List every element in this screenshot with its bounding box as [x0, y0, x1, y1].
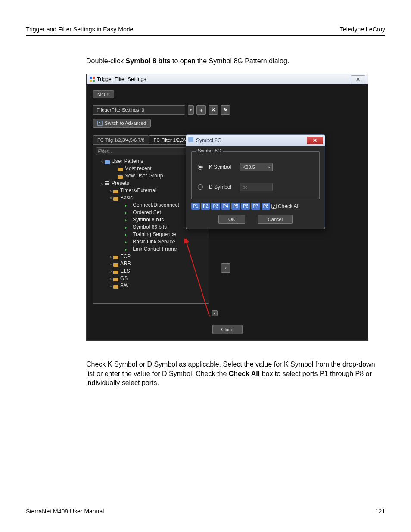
svg-rect-16 [113, 271, 118, 274]
collapse-icon: ▹ [109, 277, 113, 281]
collapse-icon: ▹ [109, 255, 113, 259]
tree-arb[interactable]: ▹ARB [96, 260, 206, 267]
svg-rect-5 [99, 122, 100, 123]
dialog-titlebar: Symbol 8G ✕ [186, 135, 325, 146]
leaf-icon: ⬥ [124, 239, 130, 244]
tab-fc-trig[interactable]: FC Trig 1/2,3/4,5/6,7/8 [93, 135, 149, 144]
folder-icon [113, 283, 119, 288]
tree-fcp[interactable]: ▹FCP [96, 252, 206, 260]
tree-els[interactable]: ▹ELS [96, 267, 206, 274]
list-icon [104, 180, 110, 186]
collapse-icon: ▹ [109, 269, 113, 274]
port-p6[interactable]: P6 [241, 203, 250, 210]
svg-rect-10 [105, 183, 109, 184]
port-p5[interactable]: P5 [231, 203, 240, 210]
tree-link-control-frame[interactable]: ⬥ Link Control Frame [96, 245, 206, 252]
intro-pre: Double-click [86, 57, 126, 65]
svg-rect-1 [93, 77, 95, 79]
chevron-down-icon: ▾ [190, 108, 192, 112]
dialog-title: Symbol 8G [196, 137, 221, 143]
folder-icon [117, 173, 123, 178]
svg-rect-2 [90, 80, 92, 82]
edit-button[interactable]: ✎ [221, 105, 230, 115]
port-p8[interactable]: P8 [262, 203, 270, 210]
dialog-icon [188, 137, 194, 144]
close-icon: ✕ [313, 137, 317, 143]
tree-training-sequence[interactable]: ⬥ Training Sequence [96, 230, 206, 238]
folder-icon [113, 254, 119, 259]
footer-left: SierraNet M408 User Manual [26, 508, 104, 515]
port-p2[interactable]: P2 [201, 203, 210, 210]
symbol-8g-dialog: Symbol 8G ✕ Symbol 8G K Symbol K28.5 ▾ D… [186, 134, 325, 229]
leaf-icon: ⬥ [124, 202, 130, 208]
page-header-right: Teledyne LeCroy [340, 26, 385, 33]
window-title: Trigger Filter Settings [97, 76, 146, 82]
switch-icon [97, 121, 103, 126]
symbol-8g-fieldset: Symbol 8G K Symbol K28.5 ▾ D Symbol bc [191, 151, 320, 199]
window-close-button[interactable]: ✕ [351, 75, 365, 83]
folder-icon [113, 195, 119, 200]
chevron-down-icon: ▾ [268, 165, 270, 169]
leaf-icon: ⬥ [124, 210, 130, 215]
expand-icon: ▿ [109, 196, 113, 200]
d-symbol-value: bc [243, 184, 248, 190]
page-number: 121 [375, 508, 385, 515]
port-p3[interactable]: P3 [211, 203, 220, 210]
device-tab[interactable]: M408 [93, 90, 114, 98]
k-symbol-dropdown[interactable]: K28.5 ▾ [240, 163, 273, 171]
settings-name-field[interactable]: TriggerFilterSettings_0 [93, 105, 185, 115]
add-button[interactable]: ＋ [196, 105, 206, 115]
svg-rect-7 [118, 168, 123, 171]
body-bold: Check All [229, 370, 260, 377]
user-icon [104, 159, 110, 164]
small-dropdown-button[interactable]: ▾ [212, 310, 218, 316]
pencil-icon: ✎ [223, 107, 227, 113]
tree-basic-link-service[interactable]: ⬥ Basic Link Service [96, 238, 206, 245]
switch-to-advanced-label: Switch to Advanced [105, 121, 146, 126]
collapse-icon: ▹ [109, 284, 113, 288]
leaf-icon: ⬥ [124, 246, 130, 252]
k-symbol-label: K Symbol [209, 164, 234, 170]
port-p4[interactable]: P4 [221, 203, 230, 210]
check-all-checkbox[interactable] [271, 204, 277, 209]
page-header-left: Trigger and Filter Settings in Easy Mode [26, 26, 133, 33]
tree-gs[interactable]: ▹GS [96, 274, 206, 282]
settings-dropdown-button[interactable]: ▾ [188, 105, 194, 115]
switch-to-advanced-button[interactable]: Switch to Advanced [93, 119, 151, 128]
close-button[interactable]: Close [212, 325, 242, 334]
k-symbol-value: K28.5 [243, 165, 255, 170]
leaf-icon: ⬥ [124, 217, 130, 222]
collapse-icon: ▹ [109, 262, 113, 266]
d-symbol-radio[interactable] [198, 184, 203, 190]
folder-icon [113, 268, 119, 274]
ok-button[interactable]: OK [218, 215, 245, 224]
port-p7[interactable]: P7 [251, 203, 260, 210]
leaf-icon: ⬥ [124, 224, 130, 230]
plus-icon: ＋ [199, 106, 204, 114]
svg-rect-0 [90, 77, 92, 79]
svg-rect-13 [113, 197, 118, 201]
svg-rect-20 [188, 137, 193, 142]
collapse-icon: ▹ [109, 189, 113, 193]
leaf-icon: ⬥ [124, 232, 130, 237]
port-p1[interactable]: P1 [191, 203, 200, 210]
k-symbol-radio[interactable] [198, 165, 203, 170]
folder-icon [113, 276, 119, 281]
cancel-button[interactable]: Cancel [258, 215, 293, 224]
chevron-down-icon: ▾ [214, 311, 215, 315]
svg-rect-6 [105, 160, 110, 164]
dialog-close-button[interactable]: ✕ [307, 137, 323, 144]
d-symbol-label: D Symbol [209, 184, 234, 190]
svg-rect-8 [118, 175, 123, 179]
expand-icon: ▿ [100, 181, 104, 186]
collapse-left-button[interactable]: ‹ [221, 263, 230, 273]
svg-rect-17 [113, 278, 118, 281]
delete-button[interactable]: ✕ [209, 105, 218, 115]
ports-row: P1 P2 P3 P4 P5 P6 P7 P8 Check All [191, 203, 320, 210]
tree-sw[interactable]: ▹SW [96, 282, 206, 289]
svg-rect-11 [105, 184, 109, 185]
svg-rect-14 [113, 256, 118, 259]
intro-post: to open the Symbol 8G Pattern dialog. [171, 57, 290, 65]
screenshot-panel: Trigger Filter Settings ✕ M408 TriggerFi… [86, 74, 368, 341]
d-symbol-input[interactable]: bc [240, 183, 273, 191]
